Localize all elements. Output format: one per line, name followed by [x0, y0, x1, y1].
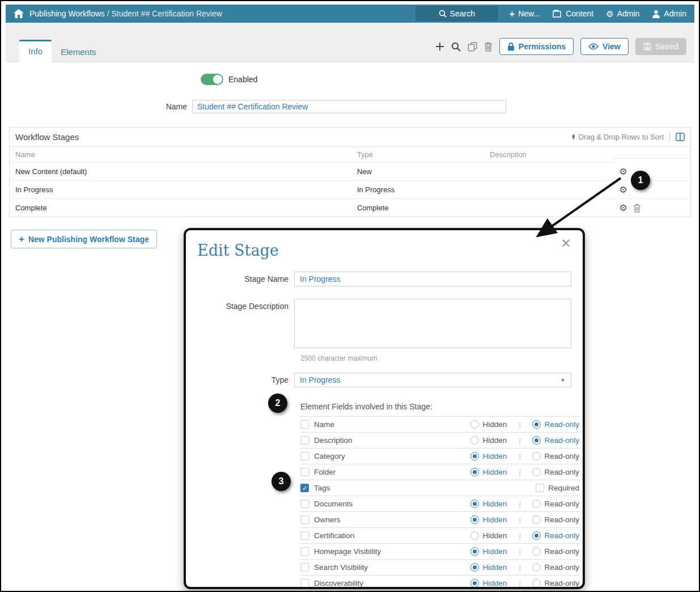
edit-stage-gear-icon[interactable]: ⚙ — [619, 185, 627, 194]
hidden-radio[interactable]: Hidden — [470, 515, 514, 524]
field-checkbox[interactable] — [300, 500, 309, 508]
divider: | — [519, 468, 521, 476]
close-icon[interactable]: ✕ — [561, 237, 571, 250]
stage-type-cell: New — [351, 163, 484, 180]
copy-icon[interactable] — [468, 42, 477, 52]
hidden-radio-label: Hidden — [482, 579, 507, 587]
columns-icon[interactable] — [676, 133, 685, 141]
field-label: Discoverability — [314, 579, 363, 587]
hidden-radio-label: Hidden — [482, 420, 507, 429]
column-header-name[interactable]: Name — [10, 147, 351, 163]
readonly-radio[interactable]: Read-only — [526, 500, 579, 508]
column-header-description[interactable]: Description — [484, 147, 613, 163]
field-checkbox[interactable] — [300, 579, 309, 587]
readonly-radio[interactable]: Read-only — [526, 531, 579, 540]
trash-icon[interactable] — [484, 42, 493, 52]
search-icon[interactable] — [451, 42, 461, 52]
edit-stage-gear-icon[interactable]: ⚙ — [619, 167, 627, 176]
folder-icon — [553, 10, 562, 18]
readonly-radio[interactable]: Read-only — [526, 436, 579, 445]
column-header-type[interactable]: Type — [351, 147, 484, 163]
add-icon[interactable] — [435, 42, 444, 51]
field-checkbox[interactable] — [300, 547, 309, 556]
hidden-radio[interactable]: Hidden — [470, 420, 514, 429]
nav-user-label: Admin — [664, 9, 686, 18]
nav-content-button[interactable]: Content — [553, 9, 593, 18]
field-checkbox[interactable] — [300, 531, 309, 540]
field-checkbox[interactable] — [300, 468, 309, 476]
edit-stage-gear-icon[interactable]: ⚙ — [619, 204, 627, 213]
breadcrumb-root[interactable]: Publishing Workflows — [29, 9, 105, 18]
gear-icon: ⚙ — [606, 10, 613, 18]
required-checkbox[interactable] — [536, 484, 544, 492]
divider: | — [519, 515, 521, 524]
nav-admin-button[interactable]: ⚙ Admin — [606, 9, 639, 18]
readonly-radio[interactable]: Read-only — [526, 579, 579, 587]
element-field-row: Documents Hidden | Read-only — [300, 496, 579, 511]
hidden-radio[interactable]: Hidden — [470, 563, 514, 572]
stage-description-cell — [484, 167, 613, 176]
permissions-button[interactable]: Permissions — [499, 38, 574, 55]
callout-1: 1 — [631, 171, 650, 190]
type-select[interactable]: In Progress ▼ — [294, 373, 571, 387]
nav-user-menu[interactable]: Admin — [652, 9, 686, 18]
element-fields-section: Element Fields involved in this Stage: N… — [300, 402, 579, 589]
stage-name-cell: In Progress — [10, 181, 351, 198]
hidden-radio[interactable]: Hidden — [470, 500, 514, 508]
field-checkbox[interactable]: ✓ — [300, 484, 309, 492]
name-input[interactable] — [192, 100, 506, 113]
readonly-radio[interactable]: Read-only — [526, 547, 579, 556]
page-toolbar: Permissions View Saved — [435, 38, 686, 55]
field-checkbox[interactable] — [300, 515, 309, 524]
hidden-radio-label: Hidden — [482, 452, 507, 460]
readonly-radio[interactable]: Read-only — [526, 452, 579, 460]
stage-name-cell: Complete — [10, 199, 351, 217]
stage-description-cell — [484, 185, 613, 194]
readonly-radio[interactable]: Read-only — [526, 563, 579, 572]
hidden-radio[interactable]: Hidden — [470, 579, 514, 587]
hidden-radio[interactable]: Hidden — [470, 531, 514, 540]
saved-button: Saved — [635, 38, 686, 55]
hidden-radio[interactable]: Hidden — [470, 468, 514, 476]
required-label: Required — [548, 484, 579, 492]
enabled-toggle[interactable] — [201, 74, 223, 85]
tab-info[interactable]: Info — [19, 40, 52, 62]
nav-new-button[interactable]: + New... — [509, 9, 540, 19]
plus-icon: + — [19, 234, 24, 244]
divider: | — [519, 547, 521, 556]
table-row[interactable]: In Progress In Progress ⚙ — [10, 181, 690, 199]
home-icon[interactable] — [14, 9, 24, 18]
new-workflow-stage-button[interactable]: + New Publishing Workflow Stage — [11, 230, 157, 248]
name-field-label: Name — [1, 102, 192, 111]
divider: | — [519, 452, 521, 460]
radio-icon — [470, 515, 479, 524]
readonly-radio[interactable]: Read-only — [526, 468, 579, 476]
stage-description-textarea[interactable] — [294, 299, 571, 348]
tab-elements[interactable]: Elements — [52, 41, 105, 62]
hidden-radio[interactable]: Hidden — [470, 452, 514, 460]
field-checkbox[interactable] — [300, 420, 309, 429]
element-field-row: Category Hidden | Read-only — [300, 448, 579, 464]
stage-name-input[interactable] — [294, 272, 571, 286]
delete-stage-trash-icon[interactable] — [633, 204, 641, 213]
table-row[interactable]: New Content (default) New ⚙ — [10, 163, 690, 181]
view-button[interactable]: View — [580, 38, 629, 55]
character-limit-hint: 2500 character maximum — [300, 354, 571, 362]
search-button[interactable]: Search — [415, 6, 498, 21]
readonly-radio[interactable]: Read-only — [526, 515, 579, 524]
field-modes: Hidden | Read-only — [470, 579, 579, 587]
lock-icon — [507, 43, 515, 51]
search-icon — [439, 10, 447, 18]
edit-stage-modal: Edit Stage ✕ Stage Name Stage Descriptio… — [184, 228, 585, 589]
field-checkbox[interactable] — [300, 452, 309, 460]
field-checkbox[interactable] — [300, 563, 309, 572]
hidden-radio[interactable]: Hidden — [470, 547, 514, 556]
radio-icon — [532, 452, 541, 460]
readonly-radio[interactable]: Read-only — [526, 420, 579, 429]
hidden-radio-label: Hidden — [482, 436, 507, 445]
hidden-radio[interactable]: Hidden — [470, 436, 514, 445]
sort-hint-label: Drag & Drop Rows to Sort — [579, 133, 664, 141]
tab-strip: Info Elements — [6, 23, 694, 62]
table-row[interactable]: Complete Complete ⚙ — [10, 199, 690, 217]
field-checkbox[interactable] — [300, 436, 309, 445]
